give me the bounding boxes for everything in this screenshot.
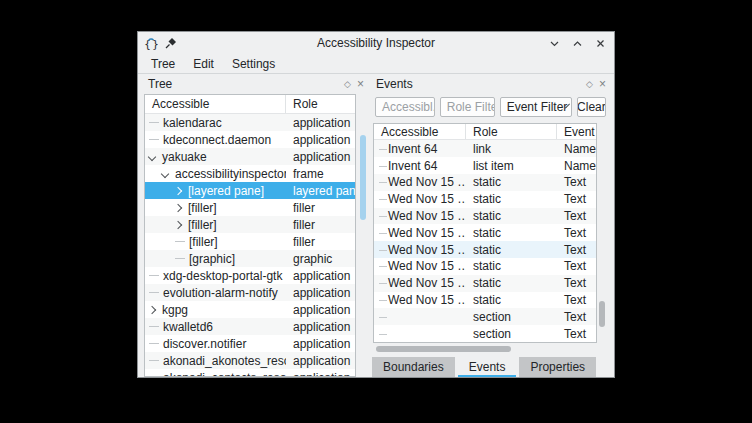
maximize-button[interactable] xyxy=(572,38,583,49)
tree-cell-accessible: [graphic] xyxy=(145,252,286,266)
tree-table-header: Accessible Role xyxy=(145,95,355,114)
tree-row[interactable]: yakuakeapplication xyxy=(145,148,355,165)
event-row[interactable]: sectionText xyxy=(374,308,596,325)
tree-cell-role: application xyxy=(286,286,355,300)
tree-cell-role: filler xyxy=(286,235,355,249)
close-button[interactable] xyxy=(595,38,606,49)
tab-properties[interactable]: Properties xyxy=(519,357,596,377)
tree-row[interactable]: kalendaracapplication xyxy=(145,114,355,131)
event-row[interactable]: Wed Nov 15 …staticText xyxy=(374,224,596,241)
events-col-event[interactable]: Event xyxy=(557,124,596,139)
event-cell-role: section xyxy=(466,325,557,342)
event-cell-accessible: Invent 64 xyxy=(374,157,466,174)
event-cell-event: Text xyxy=(557,258,596,275)
event-cell-role: list item xyxy=(466,157,557,174)
events-vertical-scrollbar[interactable] xyxy=(598,123,606,343)
events-panel: Events ◇ × Accessibl... Role Filter Even… xyxy=(372,74,610,377)
event-cell-event: Name xyxy=(557,157,596,174)
close-panel-icon[interactable]: × xyxy=(599,79,606,89)
tree-item-label: akonadi_contacts_resource_0 xyxy=(163,371,286,378)
tree-cell-role: application xyxy=(286,150,355,164)
event-filter-dropdown[interactable]: Event Filter xyxy=(500,97,572,117)
minimize-button[interactable] xyxy=(549,38,560,49)
tree-item-label: [filler] xyxy=(188,218,217,232)
event-row[interactable]: Wed Nov 15 …staticText xyxy=(374,258,596,275)
role-filter-input[interactable]: Role Filter xyxy=(440,97,495,117)
event-cell-role: static xyxy=(466,292,557,309)
event-accessible-label: Invent 64 xyxy=(388,159,437,173)
chevron-collapsed-icon[interactable] xyxy=(174,186,182,194)
events-horizontal-scrollbar[interactable] xyxy=(373,346,597,353)
events-hscrollbar-thumb[interactable] xyxy=(376,346,511,352)
event-row[interactable]: Invent 64list itemName xyxy=(374,157,596,174)
clear-button[interactable]: Clear xyxy=(577,97,606,117)
events-col-accessible[interactable]: Accessible xyxy=(374,124,466,139)
branch-line xyxy=(149,360,159,361)
tree-cell-accessible: [filler] xyxy=(145,201,286,215)
tree-item-label: yakuake xyxy=(162,150,207,164)
events-vscrollbar-thumb[interactable] xyxy=(599,301,605,327)
float-panel-icon[interactable]: ◇ xyxy=(586,80,593,89)
tree-cell-accessible: kgpg xyxy=(145,303,286,317)
menu-tree[interactable]: Tree xyxy=(142,56,184,72)
tree-cell-role: filler xyxy=(286,201,355,215)
tree-vertical-scrollbar[interactable] xyxy=(359,94,367,377)
event-cell-event: Text xyxy=(557,308,596,325)
branch-line xyxy=(175,241,185,242)
tree-row[interactable]: akonadi_akonotes_resource_0application xyxy=(145,352,355,369)
tree-col-accessible[interactable]: Accessible xyxy=(145,95,286,113)
event-row[interactable]: Invent 64linkName xyxy=(374,140,596,157)
tree-col-role[interactable]: Role xyxy=(286,95,355,113)
event-row[interactable]: Wed Nov 15 …staticText xyxy=(374,191,596,208)
close-panel-icon[interactable]: × xyxy=(357,79,364,89)
tree-row[interactable]: accessibilityinspector : ac…frame xyxy=(145,165,355,182)
chevron-expanded-icon[interactable] xyxy=(148,152,156,160)
event-accessible-label: Wed Nov 15 … xyxy=(388,259,466,273)
tree-row[interactable]: akonadi_contacts_resource_0application xyxy=(145,369,355,377)
event-accessible-label: Wed Nov 15 … xyxy=(388,209,466,223)
titlebar[interactable]: { } Accessibility Inspector xyxy=(138,32,614,54)
event-cell-accessible: Wed Nov 15 … xyxy=(374,292,466,309)
tree-row[interactable]: evolution-alarm-notifyapplication xyxy=(145,284,355,301)
tree-row[interactable]: kwalletd6application xyxy=(145,318,355,335)
tree-scrollbar-thumb[interactable] xyxy=(360,135,366,220)
event-row[interactable]: Wed Nov 15 …staticText xyxy=(374,241,596,258)
event-row[interactable]: Wed Nov 15 …staticText xyxy=(374,174,596,191)
chevron-collapsed-icon[interactable] xyxy=(174,203,182,211)
tree-row[interactable]: [filler]filler xyxy=(145,216,355,233)
tree-row[interactable]: [layered pane]layered pane xyxy=(145,182,355,199)
menu-settings[interactable]: Settings xyxy=(223,56,284,72)
accessible-filter-input[interactable]: Accessibl... xyxy=(375,97,435,117)
tree-item-label: [filler] xyxy=(189,235,218,249)
tree-panel-header: Tree ◇ × xyxy=(146,75,366,93)
branch-line xyxy=(149,292,159,293)
tree-row[interactable]: [filler]filler xyxy=(145,233,355,250)
tree-cell-role: application xyxy=(286,116,355,130)
tree-row[interactable]: kgpgapplication xyxy=(145,301,355,318)
chevron-collapsed-icon[interactable] xyxy=(174,220,182,228)
menu-edit[interactable]: Edit xyxy=(184,56,223,72)
event-row[interactable]: Wed Nov 15 …staticText xyxy=(374,208,596,225)
event-cell-accessible: Wed Nov 15 … xyxy=(374,258,466,275)
event-cell-role: static xyxy=(466,241,557,258)
tree-row[interactable]: [graphic]graphic xyxy=(145,250,355,267)
tab-boundaries[interactable]: Boundaries xyxy=(372,357,455,377)
tree-cell-accessible: accessibilityinspector : ac… xyxy=(145,167,286,181)
tab-events[interactable]: Events xyxy=(458,357,517,377)
chevron-expanded-icon[interactable] xyxy=(161,169,169,177)
tree-row[interactable]: discover.notifierapplication xyxy=(145,335,355,352)
tree-row[interactable]: xdg-desktop-portal-gtkapplication xyxy=(145,267,355,284)
tree-row[interactable]: [filler]filler xyxy=(145,199,355,216)
event-row[interactable]: Wed Nov 15 …staticText xyxy=(374,275,596,292)
event-accessible-label: Wed Nov 15 … xyxy=(388,226,466,240)
events-col-role[interactable]: Role xyxy=(466,124,557,139)
event-cell-role: link xyxy=(466,140,557,157)
event-cell-accessible: Wed Nov 15 … xyxy=(374,275,466,292)
event-row[interactable]: sectionText xyxy=(374,325,596,342)
events-table-header: Accessible Role Event xyxy=(374,124,596,140)
event-row[interactable]: Wed Nov 15 …staticText xyxy=(374,292,596,309)
tree-row[interactable]: kdeconnect.daemonapplication xyxy=(145,131,355,148)
float-panel-icon[interactable]: ◇ xyxy=(344,80,351,89)
chevron-collapsed-icon[interactable] xyxy=(148,305,156,313)
event-filter-label: Event Filter xyxy=(507,100,568,114)
